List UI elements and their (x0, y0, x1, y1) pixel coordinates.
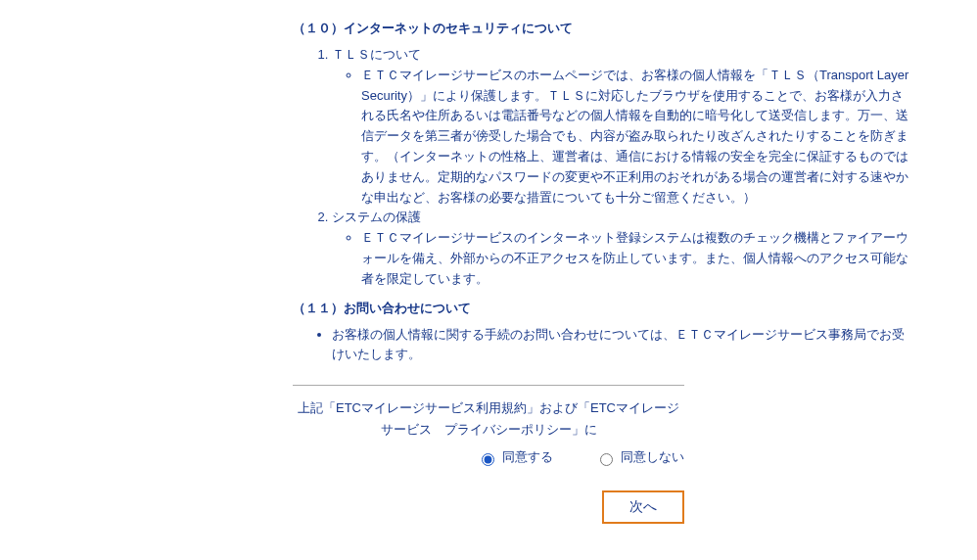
list-item-label: システムの保護 (332, 210, 421, 224)
section-10-title: （１０）インターネットのセキュリティについて (293, 20, 909, 37)
sublist: ＥＴＣマイレージサービスのホームページでは、お客様の個人情報を「ＴＬＳ（Tran… (332, 66, 909, 209)
consent-prompt: 上記「ETCマイレージサービス利用規約」および「ETCマイレージサービス プライ… (293, 397, 684, 441)
body-text: ＥＴＣマイレージサービスのホームページでは、お客様の個人情報を「ＴＬＳ（Tran… (361, 68, 908, 205)
section-11-title: （１１）お問い合わせについて (293, 300, 909, 317)
list-item-label: ＴＬＳについて (332, 47, 421, 62)
section-11-list: お客様の個人情報に関する手続のお問い合わせについては、ＥＴＣマイレージサービス事… (312, 325, 909, 366)
sublist-item: ＥＴＣマイレージサービスのインターネット登録システムは複数のチェック機構とファイ… (361, 228, 909, 289)
sublist: ＥＴＣマイレージサービスのインターネット登録システムは複数のチェック機構とファイ… (332, 228, 909, 289)
radio-agree-label[interactable]: 同意する (477, 449, 556, 464)
body-text: ＥＴＣマイレージサービスのインターネット登録システムは複数のチェック機構とファイ… (361, 230, 908, 286)
radio-disagree-label[interactable]: 同意しない (595, 449, 684, 464)
section-10-list: ＴＬＳについて ＥＴＣマイレージサービスのホームページでは、お客様の個人情報を「… (312, 45, 909, 290)
list-item-contact: お客様の個人情報に関する手続のお問い合わせについては、ＥＴＣマイレージサービス事… (332, 325, 909, 366)
radio-agree[interactable] (482, 453, 494, 466)
body-text: お客様の個人情報に関する手続のお問い合わせについては、ＥＴＣマイレージサービス事… (332, 327, 905, 362)
list-item-tls: ＴＬＳについて ＥＴＣマイレージサービスのホームページでは、お客様の個人情報を「… (332, 45, 909, 208)
radio-disagree-text: 同意しない (621, 449, 684, 464)
radio-agree-text: 同意する (502, 449, 553, 464)
consent-radio-group: 同意する 同意しない (293, 448, 684, 466)
list-item-system: システムの保護 ＥＴＣマイレージサービスのインターネット登録システムは複数のチェ… (332, 208, 909, 289)
main-content: （１０）インターネットのセキュリティについて ＴＬＳについて ＥＴＣマイレージサ… (68, 0, 909, 560)
radio-disagree[interactable] (600, 453, 613, 466)
sublist-item: ＥＴＣマイレージサービスのホームページでは、お客様の個人情報を「ＴＬＳ（Tran… (361, 66, 909, 209)
button-row: 次へ (293, 490, 684, 524)
next-button[interactable]: 次へ (602, 490, 684, 524)
separator (293, 385, 684, 386)
